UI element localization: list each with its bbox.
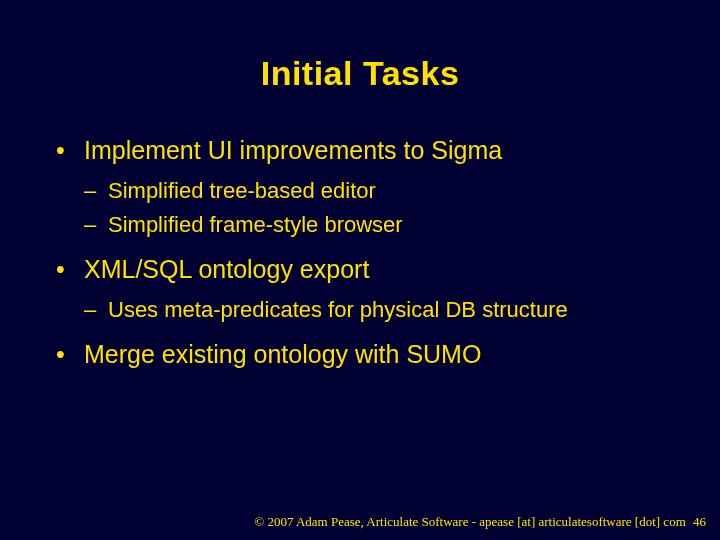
copyright-text: © 2007 Adam Pease, Articulate Software -… bbox=[254, 514, 686, 529]
sub-text: Simplified tree-based editor bbox=[108, 178, 376, 203]
sub-item: Simplified tree-based editor bbox=[84, 176, 670, 206]
sub-text: Uses meta-predicates for physical DB str… bbox=[108, 297, 568, 322]
slide-title: Initial Tasks bbox=[50, 54, 670, 93]
bullet-text: Implement UI improvements to Sigma bbox=[84, 136, 502, 164]
bullet-item: Implement UI improvements to Sigma Simpl… bbox=[50, 135, 670, 240]
bullet-item: Merge existing ontology with SUMO bbox=[50, 339, 670, 370]
footer: © 2007 Adam Pease, Articulate Software -… bbox=[254, 514, 706, 530]
bullet-item: XML/SQL ontology export Uses meta-predic… bbox=[50, 254, 670, 325]
bullet-text: XML/SQL ontology export bbox=[84, 255, 369, 283]
sub-item: Simplified frame-style browser bbox=[84, 210, 670, 240]
sub-text: Simplified frame-style browser bbox=[108, 212, 403, 237]
sub-list: Uses meta-predicates for physical DB str… bbox=[84, 295, 670, 325]
bullet-text: Merge existing ontology with SUMO bbox=[84, 340, 481, 368]
sub-list: Simplified tree-based editor Simplified … bbox=[84, 176, 670, 239]
sub-item: Uses meta-predicates for physical DB str… bbox=[84, 295, 670, 325]
slide: Initial Tasks Implement UI improvements … bbox=[0, 0, 720, 540]
page-number: 46 bbox=[693, 514, 706, 529]
bullet-list: Implement UI improvements to Sigma Simpl… bbox=[50, 135, 670, 370]
